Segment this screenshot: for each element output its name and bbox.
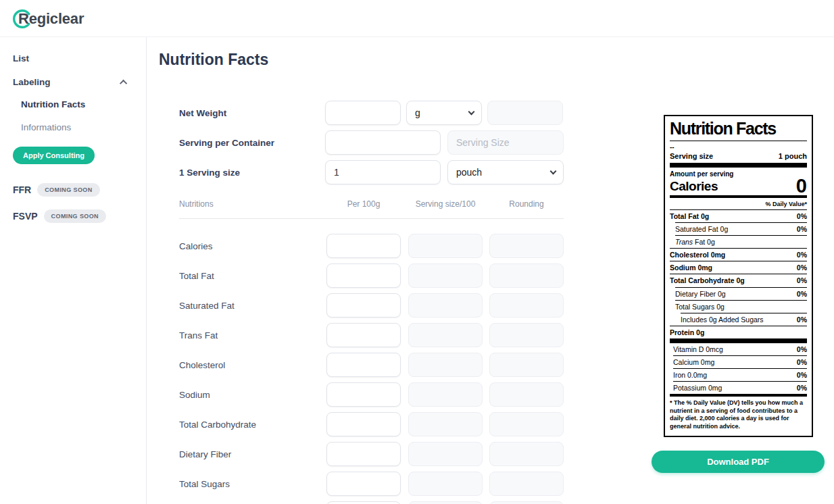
per-100g-input[interactable] [326, 412, 401, 436]
serving-size-label: 1 Serving size [179, 168, 325, 178]
preview-vitamin-rows: Vitamin D 0mcg0%Calcium 0mg0%Iron 0.0mg0… [670, 343, 807, 394]
preview-amount-per-serving: Amount per serving [670, 168, 807, 178]
nutrition-facts-preview: Nutrition Facts -- Serving size 1 pouch … [664, 115, 813, 437]
download-pdf-button[interactable]: Download PDF [652, 451, 825, 473]
nutrient-label: Total Fat [179, 271, 326, 281]
per-100g-input[interactable] [326, 263, 401, 288]
preview-nutrient-rows: Total Fat 0g0%Saturated Fat 0g0%Trans Fa… [670, 209, 807, 338]
serving-size-100-input [408, 442, 483, 466]
regiclear-logo[interactable]: Regiclear [11, 7, 84, 30]
per-100g-input[interactable] [326, 323, 401, 347]
serving-size-100-input [408, 323, 483, 347]
preview-servings-per-container: -- [670, 141, 807, 151]
sidebar-item-labeling[interactable]: Labeling [13, 77, 146, 87]
rounding-input [489, 263, 564, 288]
rounding-input [489, 293, 564, 318]
preview-calories-label: Calories [670, 179, 718, 194]
serving-size-100-input [408, 472, 483, 496]
sidebar-item-nutrition-facts[interactable]: Nutrition Facts [21, 99, 146, 109]
nutrient-label: Total Carbohydrate [179, 420, 326, 430]
preview-row: Trans Fat 0g [675, 235, 807, 248]
preview-row: Calcium 0mg0% [673, 355, 807, 368]
preview-thick-divider [670, 338, 807, 343]
per-100g-input[interactable] [326, 442, 401, 466]
rounding-input [489, 442, 564, 466]
preview-row: Cholesterol 0mg0% [670, 248, 807, 261]
serving-size-100-input [408, 293, 483, 318]
table-row: Calories [179, 234, 564, 258]
nutritions-table-header: Nutritions Per 100g Serving size/100 Rou… [179, 199, 564, 219]
rounding-input [489, 353, 564, 377]
per-100g-input[interactable] [326, 293, 401, 318]
table-row: Sodium [179, 382, 564, 407]
preview-serving-size-row: Serving size 1 pouch [670, 151, 807, 168]
serving-size-100-input [408, 263, 483, 288]
preview-serving-size-value: 1 pouch [779, 152, 807, 160]
serving-size-unit-select-wrap: pouch [447, 160, 564, 184]
nutritions-table: Nutritions Per 100g Serving size/100 Rou… [179, 199, 564, 504]
preview-row: Dietary Fiber 0g0% [675, 287, 807, 300]
preview-row: Potassium 0mg0% [673, 381, 807, 394]
serving-size-count-input[interactable] [325, 160, 441, 184]
net-weight-unit-select-wrap: g [406, 101, 482, 125]
serving-per-container-label: Serving per Container [179, 138, 325, 148]
serving-size-100-input [408, 353, 483, 377]
fsvp-coming-soon-badge: COMING SOON [44, 209, 106, 223]
net-weight-label: Net Weight [179, 108, 325, 118]
table-row: Cholesterol [179, 353, 564, 377]
table-row: Total Sugars [179, 472, 564, 496]
per-100g-input[interactable] [326, 472, 401, 496]
nutrient-label: Saturated Fat [179, 301, 326, 311]
serving-size-100-input [408, 501, 483, 504]
sidebar-item-list[interactable]: List [13, 53, 146, 64]
preview-row: Total Carbohydrate 0g0% [670, 274, 807, 286]
preview-row: Includes 0g Added Sugars0% [681, 313, 807, 326]
sidebar-item-ffr[interactable]: FFR COMING SOON [13, 183, 146, 197]
serving-size-100-input [408, 412, 483, 436]
col-header-serving-size-100: Serving size/100 [408, 199, 483, 209]
table-row: Trans Fat [179, 323, 564, 347]
preview-serving-size-label: Serving size [670, 152, 713, 160]
sidebar-item-fsvp[interactable]: FSVP COMING SOON [13, 209, 146, 223]
nutrient-label: Total Sugars [179, 479, 326, 489]
per-100g-input[interactable] [326, 353, 401, 377]
chevron-up-icon [120, 79, 127, 86]
per-100g-input[interactable] [326, 234, 401, 258]
rounding-input [489, 472, 564, 496]
sidebar-item-labeling-label: Labeling [13, 77, 51, 87]
ffr-coming-soon-badge: COMING SOON [37, 183, 99, 197]
preview-row: Saturated Fat 0g0% [675, 222, 807, 235]
rounding-input [489, 501, 564, 504]
nutrient-label: Cholesterol [179, 360, 326, 370]
sidebar-item-informations[interactable]: Informations [21, 122, 146, 132]
table-row: Dietary Fiber [179, 442, 564, 466]
preview-row: Protein 0g [670, 326, 807, 338]
per-100g-input[interactable] [326, 382, 401, 407]
table-row: Saturated Fat [179, 293, 564, 318]
serving-size-display-input [447, 130, 564, 155]
net-weight-unit-select[interactable]: g [406, 101, 482, 125]
nutritions-table-rows: Calories Total Fat Saturated Fat Trans F… [179, 234, 564, 504]
col-header-per-100g: Per 100g [326, 199, 401, 209]
preview-row: Iron 0.0mg0% [673, 368, 807, 381]
serving-size-100-input [408, 234, 483, 258]
table-row: Includes Added Sugars [179, 501, 564, 504]
preview-row: Sodium 0mg0% [670, 261, 807, 274]
col-header-nutritions: Nutritions [179, 199, 326, 209]
preview-row: Vitamin D 0mcg0% [673, 343, 807, 355]
rounding-input [489, 323, 564, 347]
serving-size-unit-select[interactable]: pouch [447, 160, 564, 184]
rounding-input [489, 234, 564, 258]
serving-size-100-input [408, 382, 483, 407]
per-100g-input[interactable] [326, 501, 401, 504]
table-row: Total Fat [179, 263, 564, 288]
col-header-rounding: Rounding [489, 199, 564, 209]
rounding-input [489, 412, 564, 436]
preview-row: Total Sugars 0g [675, 300, 807, 313]
net-weight-input[interactable] [325, 101, 401, 125]
serving-per-container-input[interactable] [325, 130, 441, 155]
preview-calories-row: Calories 0 [670, 178, 807, 199]
nutrient-label: Trans Fat [179, 330, 326, 341]
sidebar: List Labeling Nutrition Facts Informatio… [0, 37, 147, 504]
apply-consulting-button[interactable]: Apply Consulting [13, 147, 95, 164]
